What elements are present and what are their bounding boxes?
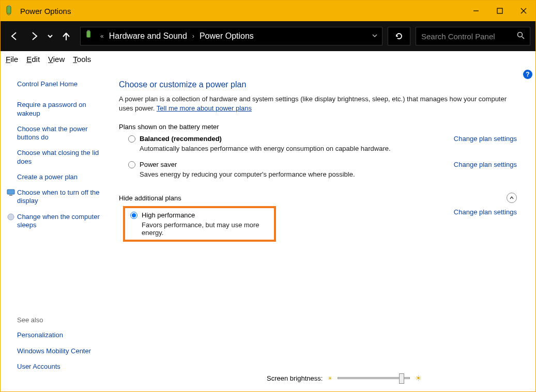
plan-balanced-radio[interactable] <box>128 135 135 143</box>
breadcrumb-sep-icon[interactable]: › <box>190 33 196 40</box>
breadcrumb-current[interactable]: Power Options <box>200 32 254 41</box>
page-description: A power plan is a collection of hardware… <box>119 95 517 113</box>
change-plan-high-link[interactable]: Change plan settings <box>454 208 517 216</box>
page-heading: Choose or customize a power plan <box>119 80 517 89</box>
change-plan-saver-link[interactable]: Change plan settings <box>454 161 517 168</box>
address-dropdown-icon[interactable] <box>372 32 378 41</box>
plan-high-radio[interactable] <box>130 212 137 219</box>
menubar: File Edit View Tools <box>1 51 535 67</box>
address-bar[interactable]: « Hardware and Sound › Power Options <box>80 27 382 45</box>
close-button[interactable] <box>512 1 535 21</box>
menu-file[interactable]: File <box>6 55 18 64</box>
brightness-footer: Screen brightness: ☀ ☀ <box>267 374 515 382</box>
power-options-icon <box>5 5 16 17</box>
menu-view[interactable]: View <box>48 55 65 64</box>
window-title: Power Options <box>20 7 71 15</box>
sidebar-link-power-buttons[interactable]: Choose what the power buttons do <box>17 125 106 142</box>
maximize-button[interactable] <box>488 1 512 21</box>
svg-rect-7 <box>87 31 90 38</box>
titlebar: Power Options <box>1 1 535 21</box>
see-also-label: See also <box>17 316 110 324</box>
hide-additional-row: Hide additional plans <box>119 193 517 203</box>
recent-dropdown[interactable] <box>45 27 55 45</box>
back-button[interactable] <box>6 27 23 45</box>
brightness-slider[interactable] <box>338 377 410 379</box>
menu-tools[interactable]: Tools <box>73 55 91 64</box>
brightness-label: Screen brightness: <box>267 374 323 382</box>
sidebar-link-closing-lid[interactable]: Choose what closing the lid does <box>17 149 106 166</box>
svg-rect-1 <box>8 5 9 7</box>
brightness-slider-thumb[interactable] <box>399 373 404 384</box>
plan-high-performance-row: High performance Favors performance, but… <box>119 203 517 242</box>
sidebar-link-computer-sleeps[interactable]: Change when the computer sleeps <box>17 213 106 230</box>
moon-icon <box>7 213 15 221</box>
menu-edit[interactable]: Edit <box>26 55 40 64</box>
plan-saver-name: Power saver <box>140 161 177 168</box>
plan-balanced-desc: Automatically balances performance with … <box>140 145 449 152</box>
plan-saver-radio[interactable] <box>128 161 135 168</box>
svg-rect-13 <box>9 195 12 196</box>
sidebar-seealso-accounts[interactable]: User Accounts <box>17 363 110 371</box>
search-icon <box>517 32 525 41</box>
breadcrumb-parent[interactable]: Hardware and Sound <box>109 32 187 41</box>
plan-balanced-name: Balanced (recommended) <box>140 135 222 143</box>
sidebar-link-turn-off-display[interactable]: Choose when to turn off the display <box>17 189 106 206</box>
sidebar-seealso-personalization[interactable]: Personalization <box>17 331 110 339</box>
change-plan-balanced-link[interactable]: Change plan settings <box>454 135 517 143</box>
sidebar-home-link[interactable]: Control Panel Home <box>17 80 106 88</box>
monitor-icon <box>7 189 15 197</box>
plan-balanced: Balanced (recommended) Automatically bal… <box>128 135 517 158</box>
svg-point-14 <box>8 214 14 220</box>
svg-rect-4 <box>497 8 502 13</box>
svg-rect-9 <box>89 30 89 32</box>
up-button[interactable] <box>57 27 75 45</box>
svg-line-11 <box>522 37 524 39</box>
svg-rect-12 <box>7 190 14 194</box>
main-panel: Choose or customize a power plan A power… <box>112 67 535 391</box>
navbar: « Hardware and Sound › Power Options Sea… <box>1 21 535 51</box>
plan-power-saver: Power saver Saves energy by reducing you… <box>128 161 517 183</box>
highlight-box: High performance Favors performance, but… <box>123 206 276 242</box>
minimize-button[interactable] <box>464 1 488 21</box>
svg-point-10 <box>518 33 523 37</box>
search-placeholder: Search Control Panel <box>421 32 513 41</box>
search-input[interactable]: Search Control Panel <box>416 27 530 45</box>
sidebar-link-create-plan[interactable]: Create a power plan <box>17 173 106 181</box>
sidebar-seealso-mobility[interactable]: Windows Mobility Center <box>17 347 110 355</box>
control-panel-icon <box>85 30 95 42</box>
hide-additional-label: Hide additional plans <box>119 194 507 202</box>
sun-dim-icon: ☀ <box>328 375 332 381</box>
sidebar: Control Panel Home Require a password on… <box>1 67 112 391</box>
collapse-button[interactable] <box>507 193 517 203</box>
svg-rect-8 <box>87 30 88 32</box>
sun-bright-icon: ☀ <box>415 374 422 382</box>
plan-high-name: High performance <box>142 211 195 219</box>
plan-saver-desc: Saves energy by reducing your computer's… <box>140 170 449 178</box>
breadcrumb-prev-icon[interactable]: « <box>98 33 106 40</box>
plans-section-label: Plans shown on the battery meter <box>119 123 517 131</box>
svg-rect-2 <box>9 5 10 7</box>
sidebar-link-password[interactable]: Require a password on wakeup <box>17 101 106 118</box>
forward-button[interactable] <box>25 27 43 45</box>
svg-rect-0 <box>7 6 11 13</box>
plan-high-desc: Favors performance, but may use more ene… <box>142 221 269 237</box>
refresh-button[interactable] <box>388 27 410 45</box>
tell-me-more-link[interactable]: Tell me more about power plans <box>157 104 252 112</box>
